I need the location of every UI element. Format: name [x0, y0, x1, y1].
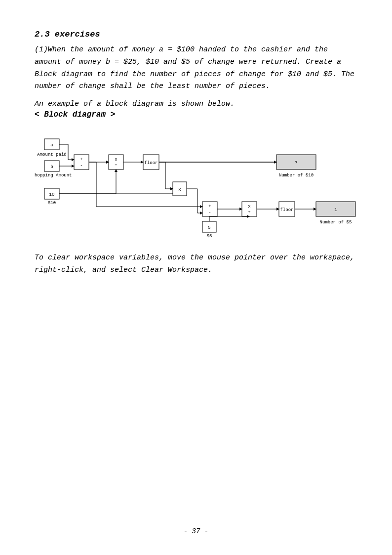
svg-text:÷: ÷ [115, 163, 117, 168]
svg-text:Number of $5: Number of $5 [320, 220, 352, 225]
svg-text:x: x [248, 204, 250, 209]
svg-text:b: b [50, 165, 53, 170]
block-diagram-label: < Block diagram > [35, 110, 357, 119]
svg-text:Shopping Amount: Shopping Amount [35, 173, 72, 178]
section-title: 2.3 exercises [35, 30, 357, 39]
svg-text:a: a [50, 143, 53, 148]
paragraph2: To clear workspace variables, move the m… [35, 252, 357, 277]
svg-text:5: 5 [208, 225, 210, 230]
block-diagram: a Amount paid b Shopping Amount + - x ÷ [35, 125, 357, 241]
svg-text:$5: $5 [207, 234, 212, 239]
svg-text:-: - [208, 210, 211, 215]
paragraph1: (1)When the amount of money a = $100 han… [35, 44, 357, 93]
svg-text:1: 1 [334, 208, 337, 213]
svg-text:floor: floor [280, 208, 293, 213]
example-intro: An example of a block diagram is shown b… [35, 100, 357, 108]
svg-text:x: x [115, 157, 117, 162]
svg-text:÷: ÷ [248, 210, 250, 215]
svg-text:-: - [80, 163, 82, 168]
page-number: - 37 - [184, 527, 208, 535]
svg-text:7: 7 [295, 161, 297, 166]
svg-text:$10: $10 [48, 201, 56, 206]
svg-text:10: 10 [49, 192, 55, 197]
svg-text:+: + [80, 157, 82, 162]
svg-text:Amount paid: Amount paid [37, 152, 66, 157]
diagram-svg: a Amount paid b Shopping Amount + - x ÷ [35, 125, 360, 239]
page: 2.3 exercises (1)When the amount of mone… [0, 0, 392, 555]
svg-text:Number of $10: Number of $10 [279, 173, 314, 178]
svg-text:+: + [208, 204, 211, 209]
svg-text:x: x [178, 187, 181, 192]
svg-text:floor: floor [144, 161, 157, 166]
